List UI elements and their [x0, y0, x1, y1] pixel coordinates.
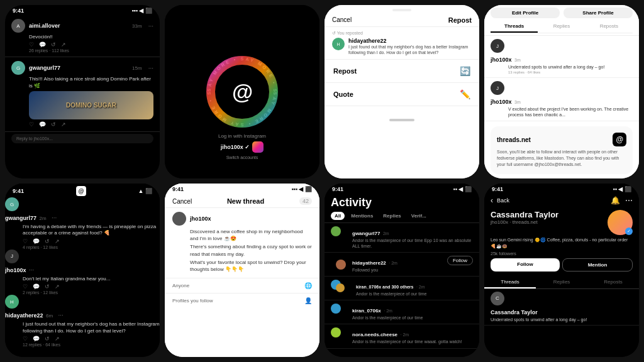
- tab-threads[interactable]: Threads: [491, 21, 538, 33]
- heart-5-3[interactable]: ♡: [23, 336, 28, 342]
- new-thread-text-2: There's something about finding a cozy s…: [190, 243, 312, 257]
- follow-button[interactable]: Follow: [447, 256, 473, 265]
- threads-net-header: threads.net @: [497, 133, 626, 146]
- login-row: jiho100x ✓: [218, 141, 266, 153]
- activity-item-4: kiran_0706x · 2m Andor is the masterpiec…: [325, 300, 479, 324]
- share-profile-button[interactable]: Share Profile: [564, 8, 633, 18]
- comment-5-1[interactable]: 💬: [33, 238, 40, 244]
- time-post-2: 15m: [132, 65, 142, 71]
- card-activity: 9:41 ▪▪ ◀ ⬛ Activity All Mentions Replie…: [325, 184, 479, 357]
- quote-option[interactable]: Quote ✏️: [325, 83, 479, 106]
- new-thread-header: Cancel New thread 42: [165, 194, 319, 208]
- sheet-header: Cancel Repost: [325, 11, 479, 27]
- screen-3: Cancel Repost ↺ You reposted H hidayathe…: [325, 5, 479, 178]
- post-2: G gwangurl77 15m ··· This!!! Also taking…: [5, 57, 160, 132]
- threads-at-symbol: @: [231, 80, 252, 104]
- heart-icon[interactable]: ♡: [29, 41, 34, 48]
- repost-option[interactable]: Repost 🔄: [325, 60, 479, 83]
- audience-anyone-label: Anyone: [172, 283, 189, 288]
- threads-center-badge: @: [221, 71, 263, 112]
- tab8-replies[interactable]: Replies: [536, 277, 587, 288]
- switch-accounts[interactable]: Switch accounts: [218, 155, 266, 160]
- share-5-2[interactable]: ↗: [55, 283, 60, 290]
- feed5-post-2: J jho100x ··· Don't let my Italian grand…: [5, 250, 160, 295]
- heart-5-1[interactable]: ♡: [23, 238, 28, 244]
- feed5-user-3: H hidayathere22 6m ···: [5, 295, 160, 320]
- act-avatar-5: [331, 327, 341, 337]
- tab8-reposts[interactable]: Reposts: [587, 277, 639, 288]
- feed4-post-1: J jho100x 3m Underrated spots to unwind …: [484, 36, 639, 78]
- login-section: Log in with Instagram jiho100x ✓ Switch …: [218, 133, 266, 160]
- share-5-3[interactable]: ↗: [55, 336, 60, 342]
- instagram-icon[interactable]: [252, 141, 264, 153]
- username-5-2: jho100x: [5, 267, 26, 273]
- actions-2: ♡ 💬 ↺ ↗: [29, 121, 153, 128]
- act-username-3: kiran_0706x and 300 others: [356, 285, 413, 289]
- new-thread-avatar: [172, 212, 186, 226]
- actions-5-1: ♡ 💬 ↺ ↗: [23, 238, 160, 244]
- repost-icon[interactable]: ↺: [51, 41, 56, 48]
- tab-replies[interactable]: Replies: [538, 21, 585, 33]
- comment-icon[interactable]: 💬: [39, 41, 46, 48]
- tab-row-8: Threads Replies Reposts: [484, 277, 639, 289]
- new-thread-user: jho100x: [172, 212, 312, 226]
- screen-7: 9:41 ▪▪ ◀ ⬛ Activity All Mentions Replie…: [325, 184, 479, 357]
- card-threads-logo: SAY MORE • SAY MORE • SAY MORE SAY MORE …: [165, 5, 319, 178]
- time-7: 9:41: [332, 186, 343, 192]
- screen-5: 9:41 @ ▲ ⬛ G gwangurl77 2m ··· I'm havin…: [5, 184, 160, 357]
- audience-anyone[interactable]: Anyone 🌐: [165, 278, 319, 293]
- audience-following[interactable]: Profiles you follow 👤: [165, 293, 319, 308]
- original-post: H hidayathere22 I just found out that my…: [332, 38, 472, 55]
- tab-verified[interactable]: Verif...: [408, 212, 430, 220]
- activity-item-1: gwangurl77 2m Andor is the masterpiece o…: [325, 223, 479, 253]
- cancel-button-6[interactable]: Cancel: [172, 198, 192, 205]
- feed5-user-1: G gwangurl77 2m ···: [5, 197, 160, 222]
- tab8-threads[interactable]: Threads: [484, 277, 536, 288]
- repost-5-2[interactable]: ↺: [45, 283, 50, 290]
- feed4-user-row-1: J jho100x 3m: [491, 39, 633, 64]
- user-row-2: G gwangurl77 15m ···: [11, 61, 153, 75]
- act-info-2: hidayathere22 · 2m Followed you: [352, 256, 443, 273]
- feed5-user-2: J jho100x ···: [5, 250, 160, 275]
- stats-1: 26 replies · 112 likes: [29, 48, 153, 53]
- new-thread-text-1: Discovered a new coffee shop in my neigh…: [190, 228, 312, 242]
- heart-icon-2[interactable]: ♡: [29, 121, 34, 128]
- repost-icon-2[interactable]: ↺: [51, 121, 56, 128]
- share-icon[interactable]: ↗: [61, 41, 66, 48]
- comment-icon-2[interactable]: 💬: [39, 121, 46, 128]
- comment-5-3[interactable]: 💬: [33, 336, 40, 342]
- share-5-1[interactable]: ↗: [55, 238, 60, 244]
- tab-reposts[interactable]: Reposts: [586, 21, 633, 33]
- original-content: hidayathere22 I just found out that my n…: [348, 38, 472, 55]
- back-label[interactable]: Back: [497, 197, 509, 204]
- tab-replies[interactable]: Replies: [379, 212, 404, 220]
- edit-profile-button[interactable]: Edit Profile: [491, 8, 560, 18]
- tab-all[interactable]: All: [331, 212, 345, 220]
- heart-5-2[interactable]: ♡: [23, 283, 28, 290]
- repost-5-1[interactable]: ↺: [45, 238, 50, 244]
- back-icon[interactable]: ‹: [491, 196, 493, 205]
- comment-5-2[interactable]: 💬: [33, 283, 40, 290]
- cancel-button[interactable]: Cancel: [332, 16, 352, 24]
- username-1: aimi.allover: [29, 23, 60, 29]
- feed4-stats-1: 13 replies · 64 likes: [508, 70, 633, 74]
- repost-title: Repost: [448, 16, 472, 24]
- card-profile-threads-net: Edit Profile Share Profile Threads Repli…: [484, 5, 639, 178]
- act-info-4: kiran_0706x · 2m Andor is the masterpiec…: [352, 304, 473, 321]
- signal-icons-6: ▪▪▪ ◀ ⬛: [291, 186, 312, 192]
- stats-5-2: 2 replies · 12 likes: [23, 290, 160, 295]
- reply-box[interactable]: Reply to jho100x...: [11, 134, 153, 143]
- tab-mentions[interactable]: Mentions: [347, 212, 377, 220]
- bell-icon[interactable]: 🔔: [611, 196, 620, 205]
- new-thread-username: jho100x: [190, 216, 211, 222]
- avatar-1: A: [11, 19, 25, 33]
- share-icon-2[interactable]: ↗: [61, 121, 66, 128]
- act-avatar-1a: [331, 226, 341, 236]
- repost-5-3[interactable]: ↺: [45, 336, 50, 342]
- mention-button-8[interactable]: Mention: [562, 258, 633, 272]
- menu-icon[interactable]: ⋯: [625, 196, 633, 205]
- stats-5-3: 12 replies · 64 likes: [23, 343, 160, 347]
- post-image-2: DOMINO SUGAR: [29, 91, 153, 119]
- logo-ring: SAY MORE • SAY MORE • SAY MORE SAY MORE …: [201, 51, 283, 133]
- follow-button-8[interactable]: Follow: [491, 258, 560, 272]
